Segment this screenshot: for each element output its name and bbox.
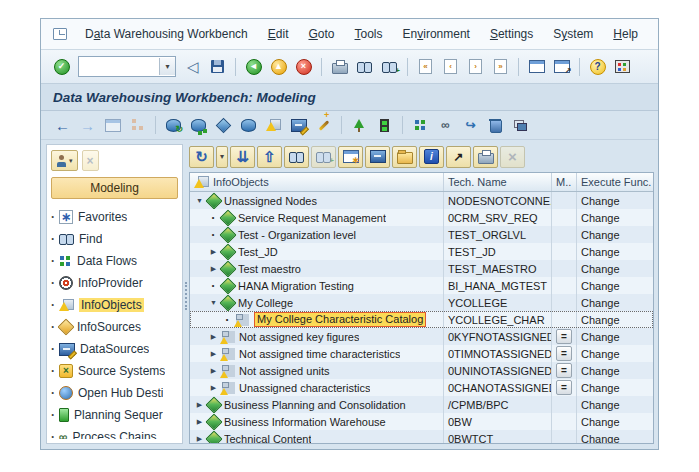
execute-function-cell[interactable]: Change	[577, 396, 653, 413]
execute-function-cell[interactable]: Change	[577, 345, 653, 362]
expand-node-icon[interactable]: ▶	[207, 265, 220, 273]
nav-forward-button[interactable]: →	[75, 113, 100, 137]
user-settings-button[interactable]: ▾	[51, 150, 78, 171]
tree-row-test-jd[interactable]: ▶Test_JDTEST_JDChange	[190, 243, 653, 260]
tree-node-label[interactable]: Test_JD	[238, 246, 278, 258]
execute-function-cell[interactable]: Change	[577, 413, 653, 430]
folder-button[interactable]	[392, 146, 417, 168]
refresh-button[interactable]: ↻	[189, 146, 214, 168]
equal-sign-button[interactable]: =	[556, 346, 572, 361]
expand-node-icon[interactable]: ▶	[207, 367, 220, 375]
display-button[interactable]	[365, 146, 390, 168]
sidebar-item-infoprovider[interactable]: ·InfoProvider	[50, 272, 179, 294]
next-page-button[interactable]: ›	[463, 55, 488, 79]
tree-node-label[interactable]: Unassigned Nodes	[224, 195, 317, 207]
tree-row-my-college[interactable]: ▼My CollegeYCOLLEGEChange	[190, 294, 653, 311]
wand-button[interactable]	[311, 113, 336, 137]
help-button[interactable]: ?	[585, 55, 610, 79]
sidebar-item-data-flows[interactable]: ·Data Flows	[50, 250, 179, 272]
command-field[interactable]: ▾	[78, 56, 176, 77]
equal-sign-button[interactable]: =	[556, 363, 572, 378]
tree-row-not-assigned-key-figures[interactable]: ▶Not assigned key figures0KYFNOTASSIGNED…	[190, 328, 653, 345]
execute-function-cell[interactable]: Change	[577, 260, 653, 277]
database-objects-button[interactable]	[186, 113, 211, 137]
execute-function-cell[interactable]: Change	[577, 192, 653, 209]
tree-row-my-college-characteristic-catalog[interactable]: ·My College Characteristic CatalogYCOLLE…	[190, 311, 653, 328]
menu-environment[interactable]: Environment	[393, 27, 480, 41]
find-button[interactable]	[352, 55, 377, 79]
infocube-button[interactable]	[211, 113, 236, 137]
infoobject-button[interactable]	[261, 113, 286, 137]
tree-node-label[interactable]: Not assigned time characteristics	[239, 348, 400, 360]
back-circle-button[interactable]: ◄	[241, 55, 266, 79]
trash-button[interactable]	[483, 113, 508, 137]
dataflow-button[interactable]	[408, 113, 433, 137]
tree-node-label[interactable]: Unassigned characteristics	[239, 382, 370, 394]
tree-row-not-assigned-time-characteristics[interactable]: ▶Not assigned time characteristics0TIMNO…	[190, 345, 653, 362]
system-menu-icon[interactable]	[51, 28, 69, 40]
menu-system[interactable]: System	[543, 27, 603, 41]
new-session-button[interactable]	[524, 55, 549, 79]
back-triangle-button[interactable]: ◁	[180, 55, 205, 79]
up-circle-button[interactable]: ▲	[266, 55, 291, 79]
sidebar-item-find[interactable]: ·Find	[50, 228, 179, 250]
execute-function-cell[interactable]: Change	[577, 209, 653, 226]
execute-function-cell[interactable]: Change	[577, 226, 653, 243]
tree-node-label[interactable]: Service Request Management	[238, 212, 386, 224]
sidebar-item-process-chains[interactable]: ·∞Process Chains	[50, 426, 179, 439]
versions-button[interactable]	[372, 113, 397, 137]
link-button[interactable]: ∞	[433, 113, 458, 137]
expand-node-icon[interactable]: ▶	[207, 384, 220, 392]
cancel-circle-button[interactable]: ×	[291, 55, 316, 79]
menu-tools[interactable]: Tools	[345, 27, 393, 41]
sidebar-item-source-systems[interactable]: ·×Source Systems	[50, 360, 179, 382]
tree-node-label[interactable]: My College	[238, 297, 293, 309]
first-page-button[interactable]: «	[413, 55, 438, 79]
tree-row-test-maestro[interactable]: ▶Test maestroTEST_MAESTROChange	[190, 260, 653, 277]
expand-node-icon[interactable]: ▶	[207, 350, 220, 358]
refresh-dropdown-button[interactable]: ▾	[216, 146, 228, 168]
menu-data-warehousing-workbench[interactable]: Data Warehousing Workbench	[75, 27, 258, 41]
sidebar-item-infosources[interactable]: ·InfoSources	[50, 316, 179, 338]
tree-row-hana-migration-testing[interactable]: ·HANA Migration TestingBI_HANA_MGTESTCha…	[190, 277, 653, 294]
tree-node-label[interactable]: HANA Migration Testing	[238, 280, 354, 292]
tree-row-unassigned-characteristics[interactable]: ▶Unassigned characteristics0CHANOTASSIGN…	[190, 379, 653, 396]
menu-goto[interactable]: Goto	[298, 27, 344, 41]
last-page-button[interactable]: »	[488, 55, 513, 79]
expand-node-icon[interactable]: ▶	[207, 248, 220, 256]
tree-node-label[interactable]: Business Planning and Consolidation	[224, 399, 406, 411]
tree-print-button[interactable]	[473, 146, 498, 168]
nav-back-button[interactable]: ←	[50, 113, 75, 137]
database-refresh-button[interactable]	[161, 113, 186, 137]
print-button[interactable]	[327, 55, 352, 79]
tree-node-label[interactable]: Technical Content	[224, 433, 311, 444]
tree-node-label[interactable]: Not assigned units	[239, 365, 330, 377]
flow-button[interactable]: ↪	[458, 113, 483, 137]
expand-node-icon[interactable]: ▶	[193, 401, 206, 409]
menu-settings[interactable]: Settings	[480, 27, 543, 41]
info-button[interactable]: i	[419, 146, 444, 168]
execute-function-cell[interactable]: Change	[577, 328, 653, 345]
sidebar-item-planning-sequer[interactable]: ·Planning Sequer	[50, 404, 179, 426]
equal-sign-button[interactable]: =	[556, 329, 572, 344]
equal-sign-button[interactable]: =	[556, 380, 572, 395]
tree-node-label[interactable]: Test maestro	[238, 263, 301, 275]
column-header-execute-func[interactable]: Execute Func.	[577, 173, 653, 191]
tree-row-unassigned-nodes[interactable]: ▼Unassigned NodesNODESNOTCONNE...Change	[190, 192, 653, 209]
tree-row-test-organization-level[interactable]: ·Test - Organization levelTEST_ORGLVLCha…	[190, 226, 653, 243]
expand-node-icon[interactable]: ▶	[193, 435, 206, 443]
tree-node-label[interactable]: Business Information Warehouse	[224, 416, 386, 428]
execute-function-cell[interactable]: Change	[577, 277, 653, 294]
dso-button[interactable]	[236, 113, 261, 137]
expand-node-icon[interactable]: ▶	[193, 418, 206, 426]
tree-row-business-planning-and-consolidation[interactable]: ▶Business Planning and Consolidation/CPM…	[190, 396, 653, 413]
save-button[interactable]	[205, 55, 230, 79]
execute-function-cell[interactable]: Change	[577, 362, 653, 379]
sidebar-header-modeling[interactable]: Modeling	[51, 177, 178, 199]
tree-node-label[interactable]: My College Characteristic Catalog	[254, 312, 426, 327]
previous-page-button[interactable]: ‹	[438, 55, 463, 79]
execute-function-cell[interactable]: Change	[577, 430, 653, 443]
datasource-button[interactable]	[286, 113, 311, 137]
sidebar-splitter[interactable]	[183, 144, 189, 444]
column-header-m[interactable]: M..	[552, 173, 577, 191]
